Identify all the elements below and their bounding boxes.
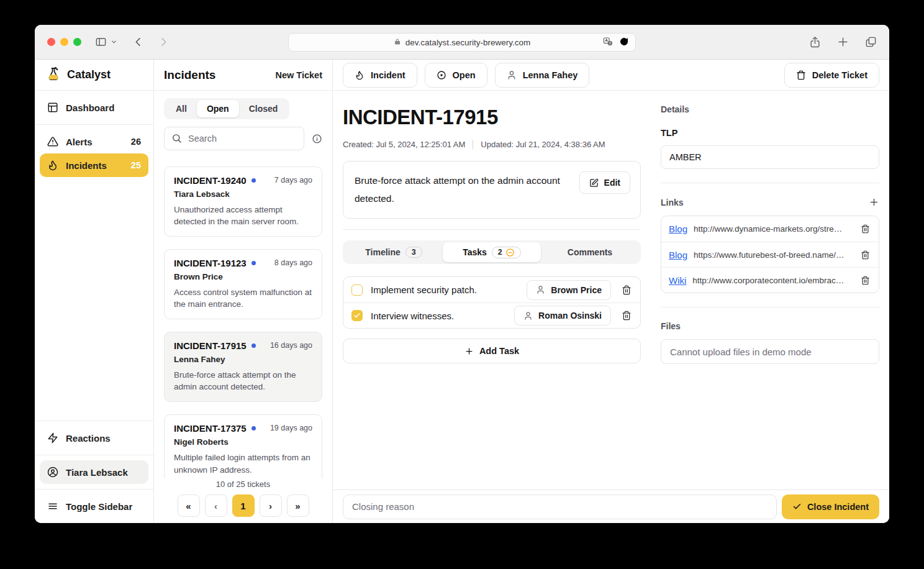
- filter-tab[interactable]: All: [166, 100, 197, 117]
- flame-icon: [355, 70, 365, 80]
- list-item[interactable]: INCIDENT-17375 19 days ago Nigel Roberts…: [164, 414, 322, 478]
- new-tab-icon[interactable]: [837, 36, 849, 48]
- page-1-button[interactable]: 1: [232, 494, 255, 517]
- sidebar-item-account[interactable]: Tiara Lebsack: [40, 460, 148, 484]
- info-icon[interactable]: [312, 134, 322, 144]
- task-checkbox[interactable]: [351, 284, 363, 296]
- divider: [343, 229, 641, 230]
- files-heading: Files: [661, 321, 879, 331]
- minimize-window-button[interactable]: [60, 38, 68, 46]
- sidebar-item-reactions[interactable]: Reactions: [40, 426, 148, 450]
- delete-link-button[interactable]: [859, 275, 871, 286]
- link-anchor[interactable]: Blog: [669, 224, 687, 234]
- description-card: Brute-force attack attempt on the admin …: [343, 161, 641, 219]
- window-controls: [47, 38, 81, 46]
- trash-icon: [622, 311, 632, 321]
- add-link-button[interactable]: [869, 197, 879, 207]
- tab[interactable]: Comments: [541, 242, 639, 262]
- last-page-button[interactable]: »: [287, 494, 309, 517]
- details-heading: Details: [661, 104, 879, 114]
- delete-task-button[interactable]: [619, 308, 634, 323]
- closing-reason-input[interactable]: [343, 494, 777, 519]
- delete-link-button[interactable]: [859, 223, 871, 235]
- ticket-owner-button[interactable]: Lenna Fahey: [495, 63, 590, 88]
- translate-icon[interactable]: [603, 37, 613, 48]
- ticket-type-button[interactable]: Incident: [343, 63, 417, 88]
- tab[interactable]: Tasks 2: [443, 242, 541, 262]
- panel-title: Incidents: [164, 68, 215, 82]
- new-ticket-button[interactable]: New Ticket: [276, 70, 323, 80]
- list-item[interactable]: INCIDENT-19240 7 days ago Tiara Lebsack …: [164, 166, 322, 237]
- browser-toolbar: dev.catalyst.security-brewery.com: [35, 25, 889, 60]
- status-dot: [251, 178, 256, 183]
- detail-tabs: Timeline 3 Tasks 2: [343, 240, 641, 264]
- circle-dot-icon: [437, 70, 446, 80]
- links-heading: Links: [661, 198, 684, 207]
- link-anchor[interactable]: Blog: [669, 250, 687, 260]
- tab-count-badge: 3: [405, 247, 422, 258]
- flame-icon: [47, 160, 58, 171]
- next-page-button[interactable]: ›: [260, 494, 282, 517]
- minus-circle-icon: [505, 248, 515, 257]
- status-dot: [251, 344, 256, 348]
- task-assignee-button[interactable]: Roman Osinski: [514, 306, 611, 325]
- list-item[interactable]: INCIDENT-17915 16 days ago Lenna Fahey B…: [164, 332, 322, 402]
- task-row: Implement security patch. Brown Price: [343, 277, 640, 303]
- divider: [661, 307, 879, 307]
- sidebar-item-incidents[interactable]: Incidents 25: [40, 153, 148, 177]
- zoom-window-button[interactable]: [73, 38, 81, 46]
- trash-icon: [861, 250, 870, 260]
- chevron-down-icon[interactable]: [111, 39, 117, 45]
- task-assignee-button[interactable]: Brown Price: [527, 280, 611, 300]
- sidebar-item-alerts[interactable]: Alerts 26: [40, 130, 148, 153]
- check-icon: [353, 312, 361, 319]
- filter-tab[interactable]: Closed: [239, 100, 288, 117]
- sidebar-item-toggle-sidebar[interactable]: Toggle Sidebar: [40, 494, 148, 518]
- edit-icon: [589, 178, 599, 188]
- page-title: INCIDENT-17915: [343, 106, 641, 129]
- tlp-input[interactable]: [661, 145, 879, 169]
- delete-link-button[interactable]: [859, 249, 871, 261]
- link-row: Blog http://www.dynamice-markets.org/str…: [661, 216, 879, 242]
- tab-overview-icon[interactable]: [865, 36, 877, 48]
- ticket-list: the internal firewall. INCIDENT-19240 7 …: [154, 157, 332, 478]
- browser-window: dev.catalyst.security-brewery.com: [35, 25, 889, 523]
- links-list: Blog http://www.dynamice-markets.org/str…: [661, 216, 879, 293]
- task-checkbox[interactable]: [351, 310, 363, 321]
- alert-triangle-icon: [47, 136, 58, 147]
- back-button[interactable]: [132, 36, 144, 48]
- close-window-button[interactable]: [47, 38, 55, 46]
- list-item[interactable]: INCIDENT-19123 8 days ago Brown Price Ac…: [164, 249, 322, 319]
- user-circle-icon: [47, 467, 58, 478]
- ticket-count-text: 10 of 25 tickets: [164, 480, 322, 489]
- first-page-button[interactable]: «: [178, 494, 200, 517]
- user-icon: [536, 285, 545, 294]
- browser-sidebar-icon[interactable]: [95, 36, 107, 48]
- filter-tab[interactable]: Open: [197, 100, 239, 117]
- link-row: Blog https://www.futurebest-of-breed.nam…: [661, 242, 879, 267]
- address-bar[interactable]: dev.catalyst.security-brewery.com: [288, 33, 636, 52]
- dashboard-icon: [47, 102, 58, 113]
- ticket-status-button[interactable]: Open: [425, 63, 487, 88]
- edit-description-button[interactable]: Edit: [579, 171, 630, 194]
- lock-icon: [394, 38, 401, 47]
- trash-icon: [622, 285, 632, 295]
- link-anchor[interactable]: Wiki: [669, 275, 686, 286]
- incidents-count-badge: 25: [131, 160, 141, 170]
- prev-page-button[interactable]: ‹: [205, 494, 227, 517]
- add-task-button[interactable]: Add Task: [343, 339, 641, 363]
- reload-icon[interactable]: [619, 37, 629, 48]
- description-text: Brute-force attack attempt on the admin …: [355, 172, 586, 207]
- search-input[interactable]: [164, 127, 304, 150]
- share-icon[interactable]: [809, 36, 821, 48]
- sidebar-item-dashboard[interactable]: Dashboard: [40, 96, 148, 119]
- delete-task-button[interactable]: [619, 283, 634, 298]
- ticket-detail: Incident Open Lenna Fahey Delete Ticket: [333, 60, 889, 523]
- close-incident-button[interactable]: Close Incident: [782, 494, 879, 519]
- delete-ticket-button[interactable]: Delete Ticket: [784, 63, 879, 88]
- updated-timestamp: Updated: Jul 21, 2024, 4:38:36 AM: [481, 140, 605, 149]
- tab[interactable]: Timeline 3: [345, 242, 443, 262]
- forward-button[interactable]: [158, 36, 170, 48]
- alerts-count-badge: 26: [131, 137, 141, 147]
- user-icon: [523, 311, 533, 321]
